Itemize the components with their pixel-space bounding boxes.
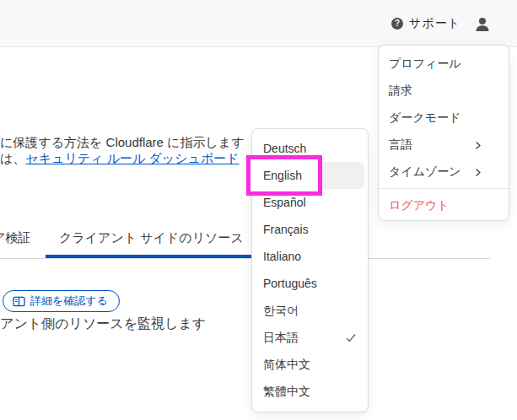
view-details-label: 詳細を確認する (30, 293, 108, 309)
menu-item-language[interactable]: 言語 (379, 132, 509, 159)
open-book-icon (13, 296, 25, 307)
intro-text-line2: は、セキュリティ ルール ダッシュボード (0, 151, 240, 167)
tabbar-bottom-border (0, 258, 490, 259)
tab-client-side-resources[interactable]: クライアント サイドのリソース (59, 230, 244, 246)
menu-item-billing[interactable]: 請求 (379, 78, 509, 105)
intro-text-line1: に保護する方法を Cloudflare に指示します (0, 135, 245, 151)
language-option-english[interactable]: English (256, 162, 364, 189)
menu-item-logout[interactable]: ログアウト (379, 192, 509, 219)
chevron-right-icon (473, 168, 482, 177)
menu-divider (379, 188, 509, 189)
language-option-portugues[interactable]: Português (256, 270, 364, 297)
intro-line2-prefix: は、 (0, 151, 25, 165)
menu-item-profile[interactable]: プロフィール (379, 51, 509, 78)
menu-item-dark-mode[interactable]: ダークモード (379, 105, 509, 132)
cloudflare-dashboard-screen: ? サポート に保護する方法を Cloudflare に指示します は、セキュリ… (0, 0, 517, 420)
help-question-icon: ? (391, 18, 403, 30)
language-option-simplified-chinese[interactable]: 简体中文 (256, 351, 364, 378)
language-option-deutsch[interactable]: Deutsch (256, 135, 364, 162)
language-option-francais[interactable]: Français (256, 216, 364, 243)
security-rules-dashboard-link[interactable]: セキュリティ ルール ダッシュボード (25, 151, 239, 165)
language-option-japanese[interactable]: 日本語 (256, 324, 364, 351)
language-option-italiano[interactable]: Italiano (256, 243, 364, 270)
language-option-korean[interactable]: 한국어 (256, 297, 364, 324)
language-option-espanol[interactable]: Español (256, 189, 364, 216)
top-header-bar: ? サポート (0, 0, 517, 47)
active-tab-underline (46, 255, 270, 258)
chevron-right-icon (473, 141, 482, 150)
user-account-menu: プロフィール 請求 ダークモード 言語 タイムゾーン ログ (378, 45, 509, 221)
menu-item-timezone[interactable]: タイムゾーン (379, 159, 509, 186)
view-details-button[interactable]: 詳細を確認する (3, 290, 120, 312)
client-resources-caption: アント側のリソースを監視します (0, 315, 206, 333)
support-button[interactable]: ? サポート (391, 0, 460, 47)
tab-verification[interactable]: ア検証 (0, 230, 30, 246)
language-submenu: Deutsch English Español Français Italian… (251, 128, 369, 412)
language-option-traditional-chinese[interactable]: 繁體中文 (256, 378, 364, 405)
support-label: サポート (409, 16, 460, 31)
user-account-icon[interactable] (474, 16, 491, 33)
checkmark-icon (345, 331, 357, 343)
